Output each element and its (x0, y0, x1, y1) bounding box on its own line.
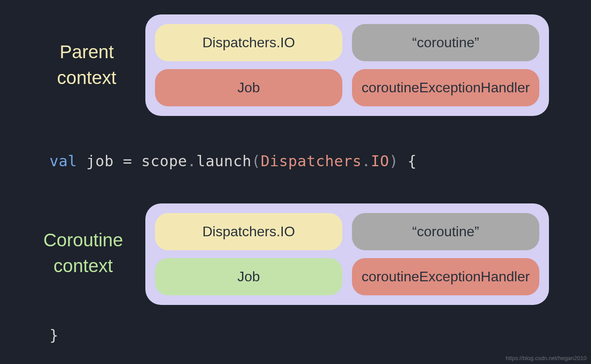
code-dot2: . (362, 152, 371, 170)
code-eq: = (123, 152, 132, 170)
coroutine-context-box: Dispatchers.IO “coroutine” Job coroutine… (145, 203, 549, 305)
code-launch: launch (197, 152, 252, 170)
watermark: https://blog.csdn.net/hegan2010 (506, 355, 587, 361)
code-ident: job (77, 152, 123, 170)
code-dot1: . (187, 152, 197, 170)
code-paren-close: ) (389, 152, 398, 170)
parent-exception-handler-pill: coroutineExceptionHandler (352, 69, 539, 106)
parent-dispatcher-pill: Dispatchers.IO (155, 24, 342, 61)
parent-line2: context (57, 67, 116, 88)
coroutine-exception-handler-pill: coroutineExceptionHandler (352, 258, 539, 295)
coroutine-line2: context (53, 256, 113, 276)
code-brace-close: } (49, 326, 58, 344)
coroutine-dispatcher-pill: Dispatchers.IO (155, 213, 342, 250)
parent-context-box: Dispatchers.IO “coroutine” Job coroutine… (145, 14, 549, 116)
code-line: val job = scope.launch(Dispatchers.IO) { (49, 152, 417, 170)
coroutine-name-pill: “coroutine” (352, 213, 539, 250)
code-disp-right: IO (371, 152, 389, 170)
parent-context-label: Parent context (43, 39, 130, 91)
code-disp-left: Dispatchers (260, 152, 362, 170)
parent-line1: Parent (60, 42, 114, 62)
code-keyword: val (49, 152, 77, 170)
coroutine-job-pill: Job (155, 258, 342, 295)
parent-job-pill: Job (155, 69, 342, 106)
code-scope: scope (132, 152, 187, 170)
code-paren-open: ( (251, 152, 260, 170)
parent-name-pill: “coroutine” (352, 24, 539, 61)
coroutine-context-label: Coroutine context (31, 228, 136, 279)
coroutine-line1: Coroutine (43, 230, 123, 250)
code-brace-open: { (398, 152, 417, 170)
